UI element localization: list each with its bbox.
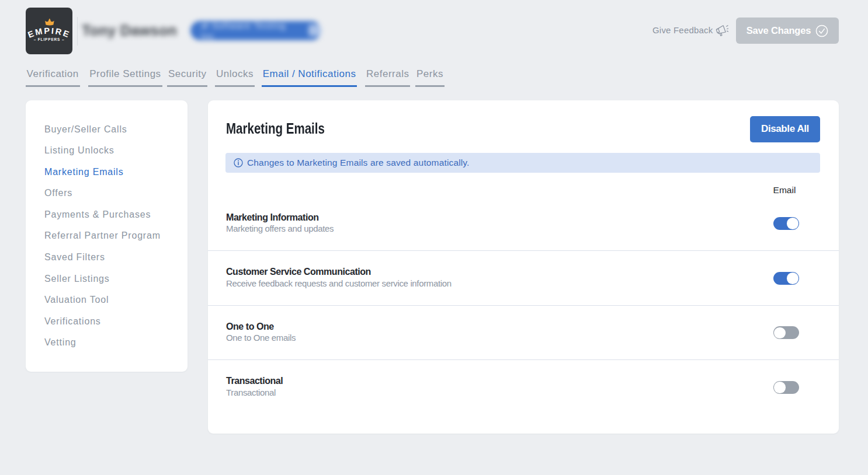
svg-text:– FLIPPERS –: – FLIPPERS –	[34, 37, 65, 41]
